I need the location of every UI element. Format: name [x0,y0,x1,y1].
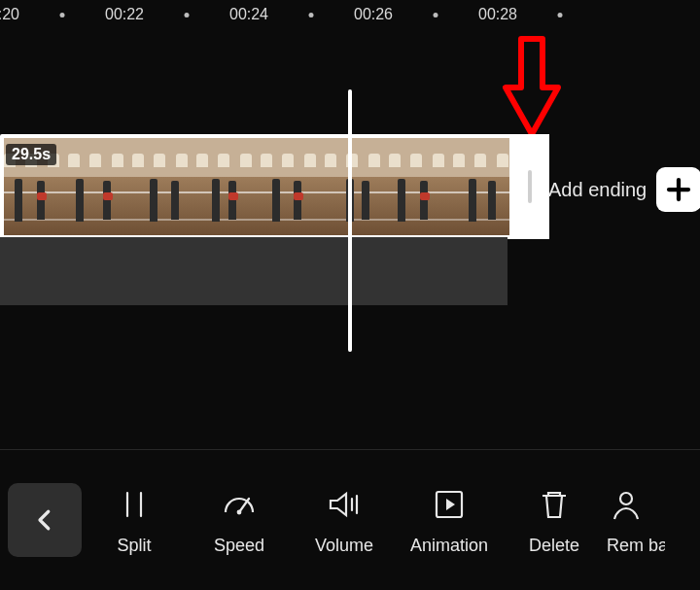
add-ending-label: Add ending [548,179,647,201]
remove-background-button[interactable]: Rem backg [607,450,665,590]
audio-track-empty[interactable] [0,237,508,305]
plus-icon [656,167,700,212]
ruler-dot [558,13,563,17]
speed-button[interactable]: Speed [187,450,292,590]
speed-icon [220,485,259,524]
ruler-tick-0: 00:20 [0,6,19,23]
volume-button[interactable]: Volume [292,450,397,590]
ruler-dot [309,13,314,17]
remove-bg-label: Rem backg [607,537,665,555]
animation-button[interactable]: Animation [397,450,502,590]
delete-icon [535,485,574,524]
delete-label: Delete [529,536,579,556]
clip-thumbnail [449,138,509,235]
clip-thumbnail [192,138,257,235]
edit-toolbar: Split Speed Volume Animation [0,449,700,590]
ruler-dot [185,13,190,17]
back-button[interactable] [8,483,82,557]
clip-duration-badge: 29.5s [6,144,56,165]
ruler-tick-4: 00:28 [478,6,517,23]
clip-trim-handle-right[interactable] [509,134,549,239]
svg-point-0 [237,509,242,514]
split-label: Split [117,536,151,556]
clip-thumbnail [321,138,385,235]
person-icon [607,486,646,525]
ruler-tick-3: 00:26 [354,6,393,23]
clip-thumbnail [64,138,128,235]
ruler-dot [434,13,438,17]
ruler-dot [60,13,65,17]
svg-point-2 [620,493,632,504]
delete-button[interactable]: Delete [502,450,607,590]
video-clip[interactable] [0,138,509,235]
clip-thumbnail [385,138,449,235]
volume-icon [325,485,364,524]
clip-thumbnail [257,138,321,235]
add-ending-button[interactable]: Add ending [548,167,700,212]
ruler-tick-1: 00:22 [105,6,144,23]
animation-icon [430,485,469,524]
animation-label: Animation [410,536,488,556]
speed-label: Speed [214,536,264,556]
split-button[interactable]: Split [82,450,187,590]
annotation-arrow-icon [502,33,562,140]
volume-label: Volume [315,536,373,556]
split-icon [115,485,154,524]
ruler-tick-2: 00:24 [229,6,268,23]
clip-thumbnail [128,138,192,235]
time-ruler[interactable]: 00:20 00:22 00:24 00:26 00:28 [0,0,700,33]
